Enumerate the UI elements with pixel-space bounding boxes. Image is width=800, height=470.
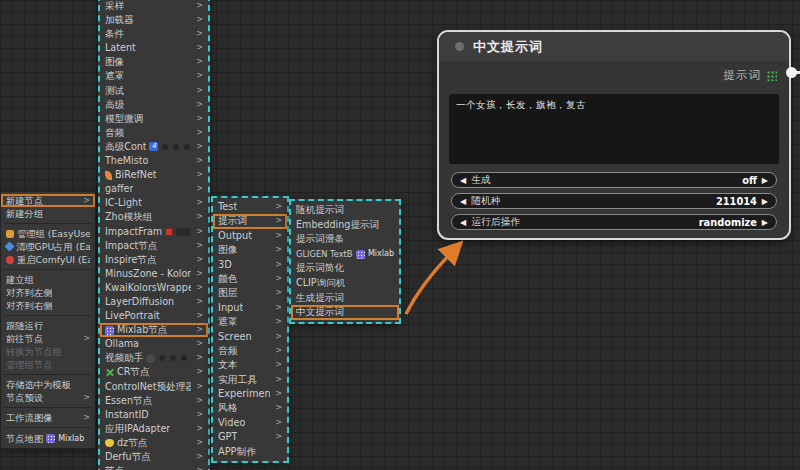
left-arrow-icon[interactable]: ◀	[460, 218, 466, 227]
node-title-bar[interactable]: 中文提示词	[439, 32, 789, 61]
menu-item-advanced-controlnet[interactable]: 高级ControlNet4>	[100, 140, 208, 154]
menu-item-mask[interactable]: 遮罩>	[100, 69, 208, 83]
left-arrow-icon[interactable]: ◀	[460, 197, 466, 206]
menu-item-output[interactable]: Output>	[213, 229, 287, 243]
menu-item-cr-nodes[interactable]: CR节点>	[100, 365, 208, 379]
menu-item-test-sub[interactable]: Test>	[213, 200, 287, 214]
menu-item-input[interactable]: Input>	[213, 301, 287, 315]
right-arrow-icon[interactable]: ▶	[762, 218, 768, 227]
menu-item-apply-ipadapter[interactable]: 应用IPAdapter>	[100, 422, 208, 436]
badge-dot-icon	[172, 143, 180, 151]
menu-item-utilities[interactable]: 实用工具>	[213, 373, 287, 387]
menu-item-align-right[interactable]: 对齐到右侧	[1, 299, 95, 312]
submenu-arrow-icon: >	[194, 154, 203, 168]
menu-item-zho-modules[interactable]: Zho模块组>	[100, 210, 208, 224]
badge-dot-icon	[158, 354, 166, 362]
menu-item-text[interactable]: 文本>	[213, 358, 287, 372]
menu-item-prompt-category[interactable]: 提示词>	[213, 214, 287, 228]
menu-item-ic-light[interactable]: IC-Light>	[100, 196, 208, 210]
menu-item-create-group[interactable]: 建立组	[1, 273, 95, 286]
right-arrow-icon[interactable]: ▶	[762, 176, 768, 185]
menu-item-mixlab-nodes[interactable]: Mixlab节点>	[100, 323, 208, 337]
menu-item-label: 存储选中为模板	[6, 378, 71, 391]
menu-item-loaders[interactable]: 加载器>	[100, 13, 208, 27]
menu-item-derfu-nodes[interactable]: Derfu节点>	[100, 450, 208, 464]
menu-item-experiment[interactable]: Experiment>	[213, 387, 287, 401]
menu-item-image-sub[interactable]: 图像>	[213, 243, 287, 257]
menu-item-impact-nodes[interactable]: Impact节点>	[100, 239, 208, 253]
menu-item-essen-nodes[interactable]: Essen节点>	[100, 394, 208, 408]
menu-item-color[interactable]: 颜色>	[213, 272, 287, 286]
menu-item-image[interactable]: 图像>	[100, 55, 208, 69]
collapse-dot-icon[interactable]	[455, 42, 464, 51]
menu-item-impactframes[interactable]: ImpactFrames>	[100, 225, 208, 239]
menu-item-prompt-slider[interactable]: 提示词滑条	[291, 232, 399, 247]
menu-item-latent[interactable]: Latent>	[100, 41, 208, 55]
menu-item-label: 应用IPAdapter	[105, 422, 170, 436]
menu-item-manage-group[interactable]: 管理组 (EasyUse)	[1, 227, 95, 240]
menu-item-liveportrait[interactable]: LivePortrait>	[100, 309, 208, 323]
menu-item-layerdiffusion[interactable]: LayerDiffusion>	[100, 295, 208, 309]
menu-item-audio-sub[interactable]: 音频>	[213, 344, 287, 358]
widget-seed[interactable]: ◀ 随机种 211014 ▶	[451, 193, 777, 209]
menu-item-3d[interactable]: 3D>	[213, 258, 287, 272]
menu-item-advanced[interactable]: 高级>	[100, 98, 208, 112]
menu-item-sampling[interactable]: 采样>	[100, 0, 208, 13]
menu-item-clean-gpu[interactable]: 清理GPU占用 (EasyUse)	[1, 240, 95, 253]
menu-item-add-group[interactable]: 新建分组	[1, 207, 95, 220]
menu-item-align-left[interactable]: 对齐到左侧	[1, 286, 95, 299]
menu-item-node-map[interactable]: 节点地图Mixlab	[1, 431, 95, 446]
menu-item-chinese-prompt[interactable]: 中文提示词	[291, 305, 399, 320]
menu-item-video[interactable]: Video>	[213, 416, 287, 430]
submenu-arrow-icon: >	[194, 140, 203, 154]
submenu-arrow-icon: >	[194, 0, 203, 13]
prompt-textarea[interactable]: 一个女孩，长发，旗袍，复古	[449, 94, 779, 164]
submenu-arrow-icon: >	[194, 168, 203, 182]
menu-item-layers[interactable]: 图层>	[213, 286, 287, 300]
menu-item-model-finetune[interactable]: 模型微调>	[100, 112, 208, 126]
node-chinese-prompt[interactable]: 中文提示词 提示词 一个女孩，长发，旗袍，复古 ◀ 生成 off ▶ ◀ 随机种…	[437, 30, 791, 240]
widget-generate[interactable]: ◀ 生成 off ▶	[451, 172, 777, 188]
menu-item-gpt[interactable]: GPT>	[213, 430, 287, 444]
menu-item-save-as-template[interactable]: 存储选中为模板	[1, 378, 95, 391]
menu-item-birefnet[interactable]: BiRefNet>	[100, 168, 208, 182]
menu-item-restart-comfyui[interactable]: 重启ComfyUI (EasyUse)	[1, 253, 95, 266]
menu-item-dz-nodes[interactable]: dz节点>	[100, 436, 208, 450]
menu-item-follow-run[interactable]: 跟随运行	[1, 319, 95, 332]
menu-item-label: CLIP询问机	[296, 276, 345, 291]
menu-item-workflow-image[interactable]: 工作流图像>	[1, 411, 95, 424]
menu-item-conditioning[interactable]: 条件>	[100, 27, 208, 41]
menu-item-screen[interactable]: Screen>	[213, 330, 287, 344]
menu-item-minuszone-kolors[interactable]: MinusZone - Kolors>	[100, 267, 208, 281]
menu-item-gligen-textbox[interactable]: GLIGEN TextBox ApplyMixlab	[291, 247, 399, 262]
menu-item-video-helper[interactable]: 视频助手>	[100, 351, 208, 365]
menu-item-gaffer[interactable]: gaffer>	[100, 182, 208, 196]
menu-item-label: 工作流图像	[6, 411, 52, 424]
menu-item-random-prompt[interactable]: 随机提示词	[291, 203, 399, 218]
menu-item-app-making[interactable]: APP制作	[213, 445, 287, 459]
menu-item-partial[interactable]: 节点>	[100, 464, 208, 470]
menu-item-node-presets[interactable]: 节点预设>	[1, 391, 95, 404]
menu-item-prompt-simplify[interactable]: 提示词简化	[291, 261, 399, 276]
output-connector-dot[interactable]	[786, 67, 797, 78]
left-arrow-icon[interactable]: ◀	[460, 176, 466, 185]
menu-item-kwaikolorswrapper[interactable]: KwaiKolorsWrapper>	[100, 281, 208, 295]
menu-item-test[interactable]: 测试>	[100, 84, 208, 98]
menu-item-label: Inspire节点	[105, 253, 157, 267]
menu-item-themisto[interactable]: TheMisto>	[100, 154, 208, 168]
menu-item-generate-prompt[interactable]: 生成提示词	[291, 291, 399, 306]
menu-item-audio[interactable]: 音频>	[100, 126, 208, 140]
widget-control-after-generate[interactable]: ◀ 运行后操作 randomize ▶	[451, 214, 777, 230]
menu-item-mask-sub[interactable]: 遮罩>	[213, 315, 287, 329]
menu-item-add-node[interactable]: 新建节点>	[1, 194, 95, 207]
menu-item-goto-node[interactable]: 前往节点>	[1, 332, 95, 345]
annotation-arrow-icon	[398, 236, 470, 320]
menu-item-controlnet-preprocessor[interactable]: ControlNet预处理器>	[100, 380, 208, 394]
menu-item-style[interactable]: 风格>	[213, 401, 287, 415]
menu-item-ollama[interactable]: Ollama>	[100, 337, 208, 351]
menu-item-embedding-prompt[interactable]: Embedding提示词	[291, 218, 399, 233]
menu-item-instantid[interactable]: InstantID>	[100, 408, 208, 422]
right-arrow-icon[interactable]: ▶	[762, 197, 768, 206]
menu-item-clip-interrogator[interactable]: CLIP询问机	[291, 276, 399, 291]
menu-item-inspire-nodes[interactable]: Inspire节点>	[100, 253, 208, 267]
